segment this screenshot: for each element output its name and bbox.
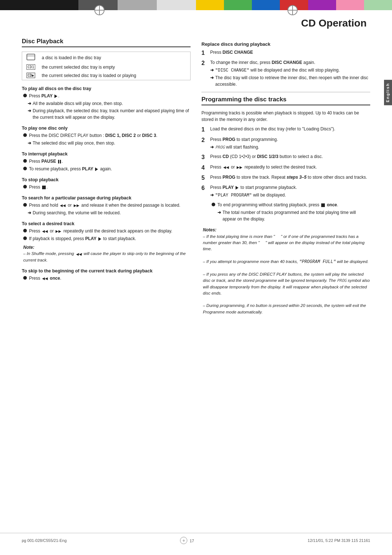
open-disc-icon xyxy=(26,54,35,60)
play-all-title: To play all discs on the disc tray xyxy=(22,86,191,91)
footer-crosshair xyxy=(180,537,187,544)
bullet-item: Press once. xyxy=(22,275,191,281)
step-content: Press PROG to store the track. Repeat st… xyxy=(210,174,370,181)
bullet-text: Press or repeatedly until the desired tr… xyxy=(29,228,191,234)
color-block-green xyxy=(224,0,252,10)
step-content: Press PROG to start programming. ➜ PROG … xyxy=(210,136,370,151)
bullet-text: If playback is stopped, press PLAY to st… xyxy=(29,235,191,242)
step-row: 4 Press or repeatedly to select the desi… xyxy=(201,164,370,172)
icon-desc-open: a disc is loaded in the disc tray xyxy=(40,53,189,62)
bullet-text: Press and hold or and release it when th… xyxy=(29,202,191,208)
page-title: CD Operation xyxy=(22,17,370,29)
footer: pg 001-028/C555/21-Eng 17 12/11/01, 5:22… xyxy=(0,533,392,548)
section-divider xyxy=(201,92,370,92)
bullet-item: If playback is stopped, press PLAY to st… xyxy=(22,235,191,242)
icon-cell-cdp: CD▶ xyxy=(23,72,39,79)
bullet-text: Press PAUSE . xyxy=(29,158,191,165)
arrow-line: ➜ During searching, the volume will be r… xyxy=(28,210,191,216)
step-row: 2 Press PROG to start programming. ➜ PRO… xyxy=(201,136,370,151)
arrow-icon: ➜ xyxy=(210,67,214,73)
search-title: To search for a particular passage durin… xyxy=(22,195,191,200)
step-num: 3 xyxy=(201,153,210,161)
page-content: CD Operation Disc Playback a disc is loa… xyxy=(0,10,392,332)
arrow-line: ➜ The selected disc will play once, then… xyxy=(28,140,191,146)
icon-cell-open xyxy=(23,53,39,62)
table-row: CD1 the current selected disc tray is em… xyxy=(23,63,189,71)
color-block-black xyxy=(0,0,39,10)
skip-title: To skip to the beginning of the current … xyxy=(22,268,191,274)
bullet-text: To resume playback, press PLAY again. xyxy=(29,166,191,172)
arrow-line: ➜ All the available discs will play once… xyxy=(28,100,191,107)
footer-center: 17 xyxy=(180,537,194,544)
icon-cell-cd1: CD1 xyxy=(23,63,39,71)
bullet-icon xyxy=(23,203,27,207)
interrupt-title: To interrupt playback xyxy=(22,151,191,157)
color-block-black2 xyxy=(39,0,78,10)
top-color-bar xyxy=(0,0,392,10)
main-columns: Disc Playback a disc is loaded in the di… xyxy=(22,38,370,317)
arrow-text: During searching, the volume will be red… xyxy=(33,210,121,216)
step-row: 3 Press CD (CD 1•2•3) or DISC 1/2/3 butt… xyxy=(201,153,370,161)
arrow-text: The selected disc will play once, then s… xyxy=(33,140,115,146)
select-track-title: To select a desired track xyxy=(22,221,191,226)
right-column: Replace discs during playback 1 Press DI… xyxy=(201,38,370,317)
bullet-item: To end programming without starting play… xyxy=(210,202,370,223)
programming-intro: Programming tracks is possible when play… xyxy=(201,110,370,123)
arrow-icon: ➜ xyxy=(210,192,214,198)
bullet-icon xyxy=(23,167,27,170)
bullet-item: Press PLAY . xyxy=(22,93,191,99)
arrow-icon: ➜ xyxy=(210,74,214,81)
cd1-icon: CD1 xyxy=(26,64,35,70)
bullet-item: Press or repeatedly until the desired tr… xyxy=(22,228,191,234)
color-block-yellow xyxy=(196,0,224,10)
color-block-white xyxy=(157,0,196,10)
step-row: 6 Press PLAY to start programme playback… xyxy=(201,184,370,199)
arrow-text: During playback, the selected disc tray,… xyxy=(33,108,191,121)
arrow-line: ➜ During playback, the selected disc tra… xyxy=(28,108,191,121)
cdp-icon: CD▶ xyxy=(26,73,35,78)
arrow-line: ➜ The total number of tracks programmed … xyxy=(217,209,370,222)
svg-rect-0 xyxy=(27,54,35,60)
step-num: 2 xyxy=(201,136,210,144)
step-content: Press DISC CHANGE xyxy=(210,49,370,56)
table-row: a disc is loaded in the disc tray xyxy=(23,53,189,62)
icon-desc-cdp: the current selected disc tray is loaded… xyxy=(40,72,189,79)
programming-header: Programming the disc tracks xyxy=(201,96,370,105)
arrow-line: ➜ The disc tray will close to retrieve t… xyxy=(210,74,370,88)
step-num: 6 xyxy=(201,184,210,192)
left-column: Disc Playback a disc is loaded in the di… xyxy=(22,38,191,317)
color-block-pink xyxy=(336,0,364,10)
bullet-text: To end programming without starting play… xyxy=(217,202,370,223)
color-block-lgreen xyxy=(364,0,392,10)
arrow-text: All the available discs will play once, … xyxy=(33,100,123,107)
bullet-item: To resume playback, press PLAY again. xyxy=(22,166,191,172)
replace-discs-title: Replace discs during playback xyxy=(201,41,370,47)
step-row: 5 Press PROG to store the track. Repeat … xyxy=(201,174,370,182)
step-num: 1 xyxy=(201,49,210,57)
bullet-icon xyxy=(23,159,27,163)
bullet-icon xyxy=(23,94,27,97)
step-content: Load the desired discs on the disc tray … xyxy=(210,126,370,132)
bullet-item: Press the DISC DIRECT PLAY button : DISC… xyxy=(22,132,191,139)
arrow-text: "PLAY PROGRAM" will be displayed. xyxy=(215,192,286,199)
table-row: CD▶ the current selected disc tray is lo… xyxy=(23,72,189,79)
bullet-text: Press once. xyxy=(29,275,191,281)
bullet-icon xyxy=(212,203,215,206)
note-shuffle: Note: – In Shuffle mode, pressing will c… xyxy=(22,244,191,263)
disc-playback-header: Disc Playback xyxy=(22,38,191,47)
play-one-title: To play one disc only xyxy=(22,126,191,131)
footer-right: 12/11/01, 5:22 PM 3139 115 21161 xyxy=(308,538,370,543)
bullet-text: Press PLAY . xyxy=(29,93,191,99)
arrow-icon: ➜ xyxy=(28,210,31,216)
bullet-icon xyxy=(23,236,27,240)
arrow-line: ➜ "PLAY PROGRAM" will be displayed. xyxy=(210,192,370,199)
step-num: 5 xyxy=(201,174,210,182)
color-block-blue xyxy=(252,0,280,10)
color-block-magenta xyxy=(308,0,336,10)
step-row: 2 To change the inner disc, press DISC C… xyxy=(201,59,370,88)
arrow-icon: ➜ xyxy=(28,100,31,107)
arrow-text: The disc tray will close to retrieve the… xyxy=(215,74,370,88)
bullet-icon xyxy=(23,229,27,232)
arrow-text: PROG will start flashing. xyxy=(215,144,259,151)
step-row: 1 Load the desired discs on the disc tra… xyxy=(201,126,370,134)
